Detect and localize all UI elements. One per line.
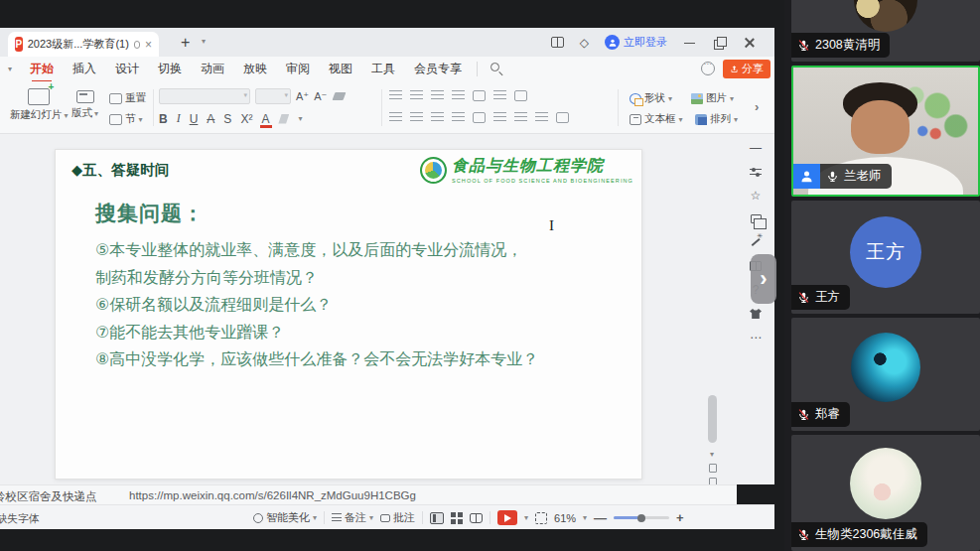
tab-list-chevron-icon[interactable]: ▾ <box>202 37 206 46</box>
shape-library-icon[interactable] <box>751 214 762 223</box>
participant-tile[interactable]: 生物类2306戴佳威 <box>791 435 980 551</box>
justify-icon[interactable] <box>452 112 465 123</box>
split-view-icon[interactable] <box>551 37 564 48</box>
ribbon-tab-tools[interactable]: 工具 <box>371 61 395 77</box>
highlight-pen-icon[interactable] <box>278 114 289 124</box>
decrease-indent-icon[interactable] <box>431 90 444 101</box>
search-icon[interactable] <box>490 63 499 71</box>
slide-heading: ◆五、答疑时间 <box>71 161 169 180</box>
align-center-icon[interactable] <box>410 112 423 123</box>
zoom-chevron-icon[interactable]: ▾ <box>583 513 587 522</box>
text-direction-icon[interactable] <box>473 90 486 101</box>
share-button[interactable]: 分享 <box>723 60 770 78</box>
line-height-icon[interactable] <box>535 112 548 123</box>
previous-slide-button[interactable] <box>709 464 717 473</box>
vertical-scrollbar[interactable] <box>708 395 717 443</box>
smart-beautify-icon[interactable] <box>750 236 762 248</box>
smart-beautify-button[interactable]: 智能美化 ▾ <box>253 510 317 525</box>
ribbon-tab-home[interactable]: 开始 <box>30 61 54 77</box>
arrange-button[interactable]: 排列 ▾ <box>695 112 738 126</box>
strikethrough-button[interactable]: A <box>207 112 214 126</box>
reading-view-button[interactable] <box>470 513 483 523</box>
play-options-chevron-icon[interactable]: ▾ <box>524 513 528 522</box>
ribbon-collapse-icon[interactable]: ▾ <box>8 65 12 73</box>
zoom-out-button[interactable]: — <box>594 510 607 525</box>
shadow-button[interactable]: S <box>223 112 231 126</box>
properties-icon[interactable] <box>750 167 762 177</box>
more-tools-icon[interactable]: ⋯ <box>750 332 762 344</box>
feedback-icon[interactable] <box>701 62 715 75</box>
superscript-button[interactable]: X² <box>240 112 252 126</box>
align-right-icon[interactable] <box>431 112 444 123</box>
participant-tile[interactable]: 郑睿 <box>791 318 980 431</box>
participant-tile-speaking[interactable]: 兰老师 <box>791 66 980 197</box>
ribbon-tab-slideshow[interactable]: 放映 <box>243 61 267 77</box>
slide-canvas[interactable]: ◆五、答疑时间 食品与生物工程学院 SCHOOL OF FOOD SCIENCE… <box>55 149 642 480</box>
bold-button[interactable]: B <box>159 112 168 126</box>
increase-indent-icon[interactable] <box>452 90 465 101</box>
row-spacing-icon[interactable] <box>493 112 506 123</box>
picture-button[interactable]: 图片 ▾ <box>691 91 734 105</box>
font-size-select[interactable] <box>255 88 291 104</box>
ribbon-tab-insert[interactable]: 插入 <box>72 61 96 77</box>
ribbon-tab-view[interactable]: 视图 <box>329 61 352 77</box>
slideshow-play-button[interactable] <box>497 510 517 525</box>
shrink-font-button[interactable]: A⁻ <box>314 90 327 103</box>
font-name-select[interactable] <box>159 88 250 104</box>
textbox-button[interactable]: 文本框 ▾ <box>630 112 683 126</box>
login-button[interactable]: 立即登录 <box>605 35 667 50</box>
comments-button[interactable]: 批注 <box>380 510 415 525</box>
zoom-level[interactable]: 61% <box>554 512 576 524</box>
chevron-down-icon: ▾ <box>679 115 683 124</box>
shapes-button[interactable]: 形状 ▾ <box>630 91 672 105</box>
text-sort-icon[interactable] <box>493 90 506 101</box>
collapse-pane-icon[interactable]: — <box>750 142 762 154</box>
underline-button[interactable]: U <box>190 112 199 126</box>
ribbon-tab-member[interactable]: 会员专享 <box>414 61 462 77</box>
skin-theme-icon[interactable] <box>750 309 762 319</box>
zoom-slider-thumb[interactable] <box>637 514 645 522</box>
clear-format-icon[interactable] <box>333 92 347 100</box>
reset-button[interactable]: 重置 <box>109 91 146 105</box>
toolbar-overflow-chevron[interactable]: › <box>755 99 759 114</box>
bullet-list-icon[interactable] <box>389 90 402 101</box>
workspace-icon[interactable]: ◇ <box>580 36 589 50</box>
slide-sorter-view-button[interactable] <box>451 512 463 524</box>
fit-slide-button[interactable] <box>535 512 547 524</box>
tab-close-icon[interactable]: × <box>145 40 152 50</box>
column-spacing-icon[interactable] <box>514 112 527 123</box>
italic-button[interactable]: I <box>177 111 181 126</box>
participant-tile[interactable]: 2308黄清明 <box>791 0 980 62</box>
layout-button[interactable]: 版式▾ <box>71 90 98 120</box>
restore-button[interactable] <box>713 36 727 50</box>
document-tab[interactable]: P 2023级新...学教育(1) × <box>8 32 159 57</box>
ribbon-tab-animation[interactable]: 动画 <box>201 61 224 77</box>
ribbon-separator <box>477 62 478 76</box>
align-left-icon[interactable] <box>389 112 402 123</box>
sidebar-collapse-button[interactable]: › <box>751 254 776 304</box>
zoom-in-button[interactable]: + <box>676 510 684 525</box>
font-color-button[interactable]: A <box>261 112 269 126</box>
minimize-button[interactable] <box>683 36 697 50</box>
participant-tile[interactable]: 王方 王方 <box>791 201 980 314</box>
columns-icon[interactable] <box>473 112 486 123</box>
grow-font-button[interactable]: A⁺ <box>296 90 309 103</box>
missing-font-warning[interactable]: 缺失字体 <box>0 511 40 526</box>
numbered-list-icon[interactable] <box>410 90 423 101</box>
zoom-slider[interactable] <box>614 516 669 519</box>
favorites-icon[interactable]: ☆ <box>751 190 762 202</box>
section-button[interactable]: 节 ▾ <box>109 112 143 126</box>
new-slide-button[interactable]: 新建幻灯片▾ <box>10 88 69 122</box>
ribbon-tab-review[interactable]: 审阅 <box>286 61 310 77</box>
new-tab-button[interactable]: + <box>181 34 190 52</box>
distribute-icon[interactable] <box>556 112 569 123</box>
normal-view-button[interactable] <box>430 512 444 524</box>
close-button[interactable] <box>743 36 757 50</box>
text-tools-icon[interactable] <box>514 90 527 101</box>
speaker-notes-button[interactable]: 备注 ▾ <box>332 510 373 525</box>
ribbon-tab-transition[interactable]: 切换 <box>158 61 182 77</box>
ribbon-tab-design[interactable]: 设计 <box>115 61 139 77</box>
scroll-down-icon[interactable]: ▾ <box>710 450 714 459</box>
notes-url[interactable]: https://mp.weixin.qq.com/s/626Il4NR_zMdG… <box>129 489 416 501</box>
status-bar: 缺失字体 智能美化 ▾ 备注 ▾ 批注 <box>0 504 774 529</box>
